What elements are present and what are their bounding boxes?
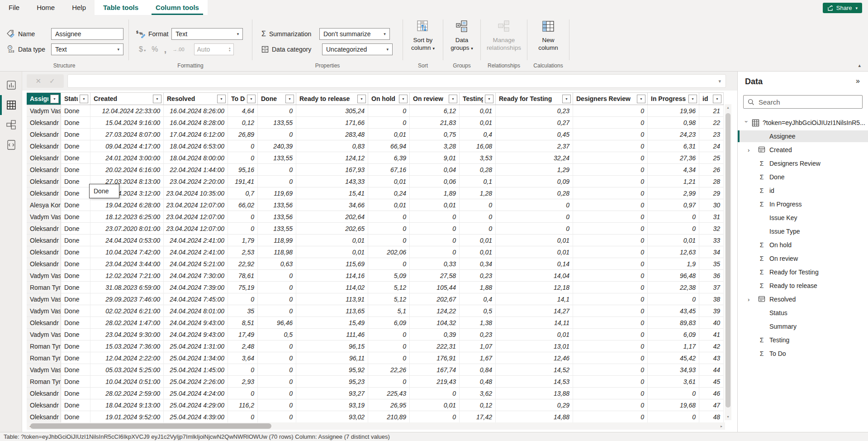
currency-format-button[interactable]: $ ▾ — [139, 45, 146, 53]
column-header-on-review[interactable]: On review▼ — [410, 93, 460, 105]
cell[interactable]: 0 — [410, 223, 460, 235]
cell[interactable]: 24.04.2024 2:41:00 — [164, 246, 228, 258]
cell[interactable]: 0 — [410, 388, 460, 399]
cell[interactable]: 0 — [496, 211, 573, 223]
cell[interactable]: Done — [61, 223, 90, 235]
cell[interactable]: 96,48 — [648, 270, 699, 282]
cell[interactable]: 0,34 — [460, 258, 496, 270]
cell[interactable]: 48 — [699, 411, 724, 423]
cell[interactable]: 0 — [573, 364, 648, 376]
cell[interactable]: 96,46 — [258, 317, 296, 329]
cell[interactable]: 124,12 — [296, 152, 368, 164]
data-groups-button[interactable]: Datagroups ▾ — [446, 19, 478, 52]
cell[interactable]: 14,52 — [496, 364, 573, 376]
format-select[interactable]: Text▾ — [171, 28, 243, 40]
cell[interactable]: 0 — [648, 411, 699, 423]
cell[interactable]: 0 — [573, 270, 648, 282]
cell[interactable]: 24.04.2024 8:01:00 — [164, 305, 228, 317]
cell[interactable]: 41 — [699, 329, 724, 340]
cell[interactable]: 16,08 — [460, 140, 496, 152]
cell[interactable]: 14,11 — [496, 317, 573, 329]
filter-dropdown-icon[interactable]: ▼ — [399, 95, 408, 103]
cell[interactable]: 0 — [258, 176, 296, 187]
cell[interactable]: 0 — [648, 223, 699, 235]
cell[interactable]: 8,51 — [228, 317, 258, 329]
cell[interactable]: 32 — [699, 223, 724, 235]
cell[interactable]: 0 — [368, 376, 410, 388]
cell[interactable]: 24.04.2024 7:30:00 — [164, 270, 228, 282]
cell[interactable]: Done — [61, 305, 90, 317]
cell[interactable]: 0,33 — [410, 258, 460, 270]
cell[interactable]: 202,67 — [410, 293, 460, 305]
cell[interactable]: 0 — [573, 282, 648, 293]
cell[interactable]: Oleksandr — [27, 176, 61, 187]
cell[interactable]: 4,64 — [228, 105, 258, 117]
cell[interactable]: 20.02.2024 6:16:00 — [90, 164, 164, 176]
cell[interactable]: Vadym Vas — [27, 329, 61, 340]
cell[interactable]: 171,66 — [296, 117, 368, 129]
cell[interactable]: 1,9 — [648, 258, 699, 270]
new-column-button[interactable]: Newcolumn — [532, 19, 564, 52]
cell[interactable]: 14,53 — [496, 376, 573, 388]
column-header-resolved[interactable]: Resolved▼ — [164, 93, 228, 105]
field-item-designers-review[interactable]: ΣDesigners Review — [738, 158, 868, 169]
field-item-ready-for-testing[interactable]: ΣReady for Testing — [738, 266, 868, 278]
model-view-icon[interactable] — [6, 120, 17, 130]
cell[interactable]: 1,17 — [648, 340, 699, 352]
cell[interactable]: Done — [61, 340, 90, 352]
cell[interactable]: 25.04.2024 1:31:00 — [164, 340, 228, 352]
commit-edit-icon[interactable]: ✓ — [49, 77, 55, 85]
cell[interactable]: 78,61 — [228, 270, 258, 282]
cell[interactable]: 0 — [258, 293, 296, 305]
field-item-created[interactable]: ›Created — [738, 144, 868, 156]
cell[interactable]: Roman Tyn — [27, 376, 61, 388]
cell[interactable]: 23.04.2024 12:07:00 — [164, 211, 228, 223]
cell[interactable]: 0 — [460, 211, 496, 223]
cell[interactable]: 133,55 — [258, 152, 296, 164]
cell[interactable]: 29.09.2023 7:46:00 — [90, 293, 164, 305]
cell[interactable]: Vadym Vas — [27, 211, 61, 223]
cell[interactable]: 210,89 — [368, 411, 410, 423]
cell[interactable]: Done — [61, 140, 90, 152]
summarization-select[interactable]: Don't summarize▾ — [319, 28, 390, 40]
cell[interactable]: 0,01 — [648, 235, 699, 246]
cell[interactable]: 119,69 — [258, 187, 296, 199]
cell[interactable]: 0 — [258, 364, 296, 376]
cell[interactable]: 3,62 — [460, 388, 496, 399]
cell[interactable]: 0,23 — [460, 329, 496, 340]
cell[interactable]: 27.03.2024 8:07:00 — [90, 129, 164, 140]
cell[interactable]: 0 — [573, 305, 648, 317]
formula-input[interactable]: ▾ — [67, 74, 726, 88]
filter-dropdown-icon[interactable]: ▼ — [50, 95, 59, 103]
cell[interactable]: 0,01 — [460, 235, 496, 246]
cell[interactable]: 17.04.2024 6:12:00 — [164, 129, 228, 140]
cell[interactable]: 0 — [228, 388, 258, 399]
cell[interactable]: 23.04.2024 2:20:00 — [164, 176, 228, 187]
dax-query-view-icon[interactable] — [6, 139, 17, 150]
cell[interactable]: 0 — [573, 199, 648, 211]
vertical-scroll-thumb[interactable] — [726, 113, 730, 407]
cell[interactable]: 0,01 — [410, 199, 460, 211]
cell[interactable]: 26 — [699, 164, 724, 176]
cell[interactable]: 31.08.2023 6:59:00 — [90, 282, 164, 293]
cell[interactable]: 191,41 — [228, 176, 258, 187]
cell[interactable]: 0 — [573, 211, 648, 223]
filter-dropdown-icon[interactable]: ▼ — [153, 95, 161, 103]
cell[interactable]: 0 — [368, 258, 410, 270]
cell[interactable]: 18.04.2024 9:13:00 — [90, 399, 164, 411]
cell[interactable]: 111,46 — [296, 329, 368, 340]
cell[interactable]: 114,02 — [296, 282, 368, 293]
cell[interactable]: 0 — [648, 388, 699, 399]
filter-dropdown-icon[interactable]: ▼ — [485, 95, 493, 103]
cell[interactable]: 0,01 — [496, 329, 573, 340]
cancel-edit-icon[interactable]: ✕ — [35, 77, 41, 85]
cell[interactable]: 14,04 — [496, 270, 573, 282]
cell[interactable]: Oleksandr — [27, 399, 61, 411]
cell[interactable]: Done — [61, 258, 90, 270]
cell[interactable]: 202,06 — [368, 246, 410, 258]
cell[interactable]: 0,83 — [296, 140, 368, 152]
cell[interactable]: 1,38 — [460, 317, 496, 329]
cell[interactable]: 12.02.2024 7:21:00 — [90, 270, 164, 282]
cell[interactable]: 2,53 — [228, 246, 258, 258]
cell[interactable]: 24.04.2024 9:43:00 — [164, 317, 228, 329]
